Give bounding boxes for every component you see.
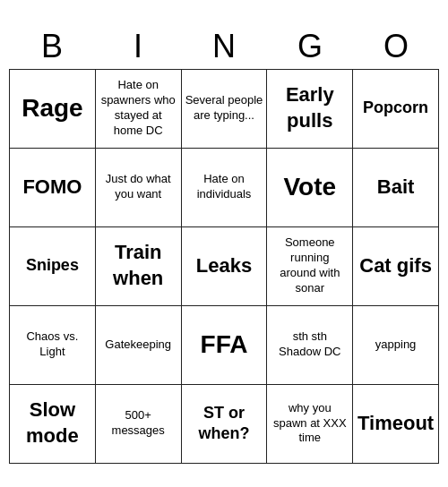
bingo-cell: Bait [353, 149, 439, 227]
bingo-cell: Chaos vs. Light [10, 306, 96, 385]
bingo-cell: Train when [96, 227, 182, 306]
bingo-cell: Popcorn [353, 70, 439, 149]
bingo-cell: Timeout [353, 385, 439, 464]
bingo-header: B I N G O [9, 24, 439, 69]
bingo-cell: Leaks [182, 227, 268, 306]
bingo-cell: Hate on spawners who stayed at home DC [96, 70, 182, 149]
bingo-card: B I N G O RageHate on spawners who staye… [9, 24, 439, 464]
letter-n: N [181, 24, 267, 69]
bingo-cell: Several people are typing... [182, 70, 268, 149]
letter-i: I [95, 24, 181, 69]
bingo-cell: 500+ messages [96, 385, 182, 464]
bingo-cell: FFA [182, 306, 268, 385]
letter-o: O [353, 24, 439, 69]
bingo-cell: Someone running around with sonar [267, 227, 353, 306]
bingo-cell: Slow mode [10, 385, 96, 464]
bingo-cell: why you spawn at XXX time [267, 385, 353, 464]
bingo-cell: Gatekeeping [96, 306, 182, 385]
letter-b: B [9, 24, 95, 69]
bingo-cell: FOMO [10, 149, 96, 227]
bingo-cell: yapping [353, 306, 439, 385]
bingo-cell: Early pulls [267, 70, 353, 149]
bingo-cell: sth sth Shadow DC [267, 306, 353, 385]
bingo-cell: Cat gifs [353, 227, 439, 306]
bingo-cell: Just do what you want [96, 149, 182, 227]
bingo-cell: Rage [10, 70, 96, 149]
bingo-grid: RageHate on spawners who stayed at home … [9, 69, 439, 464]
letter-g: G [267, 24, 353, 69]
bingo-cell: Hate on individuals [182, 149, 268, 227]
bingo-cell: Vote [267, 149, 353, 227]
bingo-cell: Snipes [10, 227, 96, 306]
bingo-cell: ST or when? [182, 385, 268, 464]
